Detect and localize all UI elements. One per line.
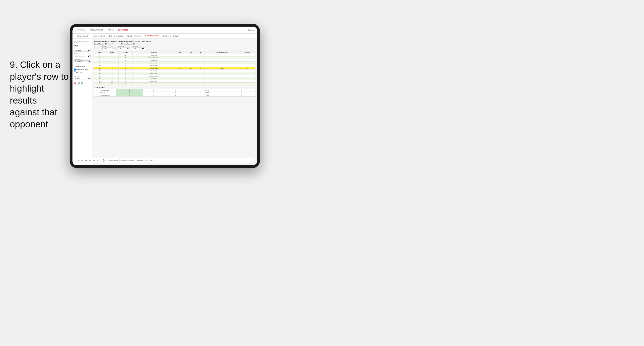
division-record: Division Record: 331 · 34 · 6 [122,43,140,45]
legend-level-label: Level [78,84,80,85]
col-div: # Div [94,51,106,54]
out-table-row[interactable]: NCAA Division 25007.40010 [94,94,256,97]
col-opponent: Opponent [132,51,175,54]
col-conf: # Conf [118,51,132,54]
toolbar-separator5 [144,159,144,162]
region-select[interactable]: (All) [102,47,116,50]
out-table: Foreign Team1004.5002NAIA Division 11500… [94,89,256,97]
watch-button[interactable]: 👁 Watch ▾ [137,160,143,161]
opponent-radio-group: Opponents Played Top 100 [74,68,90,74]
gender-select[interactable]: Women's [74,49,90,52]
subnav-team-h2h-heatmap[interactable]: TEAM H2H HEATMAP [106,33,126,38]
legend-up-label: Up [82,84,83,85]
annotation-content: 9. Click on a player's row to highlight … [10,59,68,129]
table-row[interactable]: 1311Jessica Huang010-3.002 [94,67,256,70]
toolbar-separator2 [107,159,107,162]
table-row[interactable]: 1691Jessica Mason [94,75,256,77]
nav-bar: SCOREBOARD Powered by clippd TOURNAMENTS… [72,27,257,33]
table-row[interactable]: 20117Federica Domecq Lacroze [94,83,256,85]
colour-legend: Down Level Up [74,82,90,85]
add-button[interactable]: ⊕ [92,159,96,162]
colour-by: Colour by Win/loss Down Level [74,75,90,85]
table-row[interactable]: 31Esther Lee [94,54,256,56]
opponents-filter-label: Opponents: [94,47,101,49]
opponent-view: Opponent view Opponents Played Top 100 [74,66,90,74]
sign-out-button[interactable]: Sign out [248,29,254,31]
app-logo: SCOREBOARD Powered by clippd [75,29,86,31]
table-row[interactable]: 1585Stella Cheng [94,72,256,75]
refresh-button[interactable]: ⟳ [85,159,88,162]
out-table-row[interactable]: Foreign Team1004.5002 [94,89,256,92]
nav-items: TOURNAMENTS TEAMS COMMITTEE [89,29,248,31]
table-row[interactable]: 522Alexis Sudjianto [94,56,256,59]
table-row[interactable]: 1822Euna Lee [94,77,256,80]
col-loss: Loss [185,51,196,54]
view-original-button[interactable]: 👁 View: Original [108,160,118,161]
logo-text: SCOREBOARD [75,29,86,30]
nav-tournaments[interactable]: TOURNAMENTS [89,29,104,31]
conference-filter: Conference (All) [117,46,130,50]
legend-level [78,82,80,84]
redo-button[interactable]: ↪ [81,159,84,162]
grid-button[interactable]: ⊞ [146,160,147,161]
table-row[interactable]: 1063Andrea York [94,64,256,67]
subnav-team-summary[interactable]: TEAM SUMMARY [75,33,91,38]
grid-title: Katelyn Vo Head-to-Head Grid for Women's… [94,40,256,43]
cut-button[interactable]: ✂ [89,159,92,162]
timestamp: Last Updated: 27/03/2024 16:55:28 [74,40,90,43]
player-rank-select[interactable]: 8. Katelyn Vo [74,60,90,63]
division-label: Division [74,53,90,54]
subnav-player-h2h-heatmap[interactable]: PLAYER H2H HEATMAP [160,33,181,38]
col-win: Win [175,51,185,54]
player-rank-label: Player (Rank) [74,59,90,60]
overall-record-value: 353 · 34 · 6 [105,43,113,45]
radio-top100[interactable]: Top 100 [74,71,90,74]
radio-opponents-played[interactable]: Opponents Played [74,68,90,71]
annotation-text: 9. Click on a player's row to highlight … [10,59,69,130]
legend-down [74,82,76,84]
out-table-row[interactable]: NAIA Division 115009.26730 [94,92,256,94]
legend-down-label: Down [74,84,77,85]
overall-record-label: Overall Record: [94,43,104,45]
grid-records: Overall Record: 353 · 34 · 6 Division Re… [94,43,256,45]
toolbar-separator6 [148,159,148,162]
sub-nav: TEAM SUMMARY TEAM H2H GRID TEAM H2H HEAT… [72,33,257,39]
grid-panel: Katelyn Vo Head-to-Head Grid for Women's… [92,39,257,165]
undo-button[interactable]: ↩ [77,159,80,162]
out-of-division: Out of division Foreign Team1004.5002NAI… [94,87,256,97]
table-row[interactable]: 19106Emily Chang [94,80,256,83]
subtract-button[interactable]: − [96,159,99,162]
overall-record: Overall Record: 353 · 34 · 6 [94,43,113,45]
subnav-player-h2h-grid[interactable]: PLAYER H2H GRID [143,33,160,38]
division-select[interactable]: NCAA Division III [74,55,90,57]
table-body: 31Esther Lee522Alexis Sudjianto613Sydney… [94,54,256,85]
nav-committee[interactable]: COMMITTEE [118,29,129,31]
main-content: Last Updated: 27/03/2024 16:55:28 Player… [72,39,257,165]
subnav-team-h2h-grid[interactable]: TEAM H2H GRID [91,33,106,38]
opponent-filter: Opponent (All) [132,46,145,50]
division-record-value: 331 · 34 · 6 [133,43,140,45]
table-row[interactable]: 1474Eunice Yi [94,70,256,72]
colour-by-select[interactable]: Win/loss [74,77,90,80]
filters-row: Opponents: Region (All) Conference (All) [94,46,256,50]
table-row[interactable]: 613Sydney Kuo [94,59,256,62]
left-panel: Last Updated: 27/03/2024 16:55:28 Player… [72,39,92,165]
col-reg: # Reg [106,51,118,54]
data-table: # Div # Reg # Conf Opponent Win Loss Tie… [94,51,256,85]
table-header-row: # Div # Reg # Conf Opponent Win Loss Tie… [94,51,256,54]
timestamp-time: 16:55:28 [74,42,79,43]
subnav-player-summary[interactable]: PLAYER SUMMARY [126,33,143,38]
nav-teams[interactable]: TEAMS [107,29,114,31]
share-button[interactable]: Share [150,160,153,161]
clock-button[interactable]: ⌚ [102,159,106,162]
out-section-title: Out of division [94,87,256,89]
conference-select[interactable]: (All) [117,47,130,50]
gender-label: Gender [74,47,90,49]
radio-opponents-played-label: Opponents Played [77,69,88,70]
region-filter: Region (All) [102,46,116,50]
save-custom-view-button[interactable]: 💾 Save Custom View [121,160,134,161]
out-table-body: Foreign Team1004.5002NAIA Division 11500… [94,89,256,97]
table-row[interactable]: 914Sharon Mun [94,62,256,64]
opponent-select[interactable]: (All) [132,47,145,50]
col-tie: Tie [196,51,205,54]
